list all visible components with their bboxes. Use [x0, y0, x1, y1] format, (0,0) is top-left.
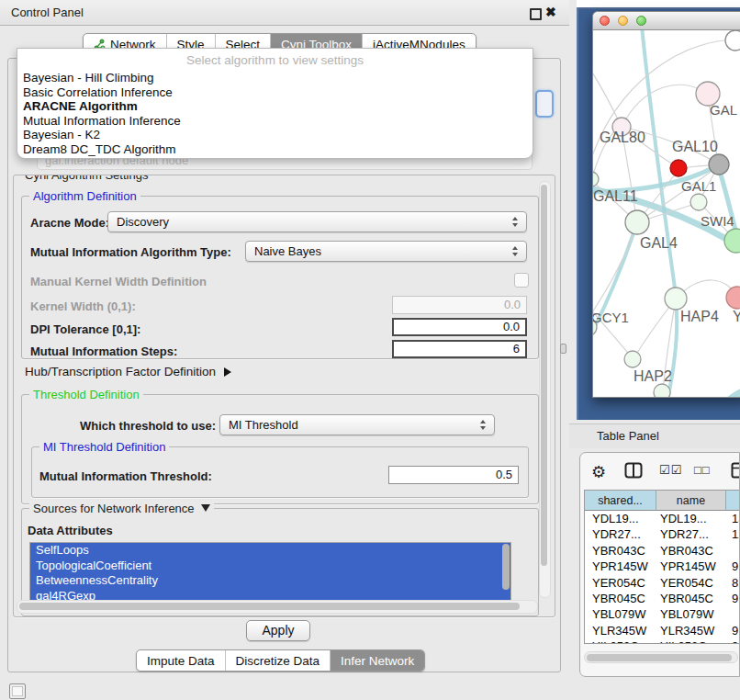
mi-steps-field[interactable]: 6: [392, 340, 527, 358]
table-cell[interactable]: [726, 606, 740, 622]
table-cell[interactable]: YPR145W: [656, 559, 726, 574]
network-node-hap4[interactable]: [665, 288, 687, 310]
column-header-name[interactable]: name: [656, 491, 726, 511]
apply-button[interactable]: Apply: [246, 620, 310, 641]
table-cell[interactable]: YIL052C: [585, 638, 656, 643]
gear-icon[interactable]: ⚙: [591, 460, 606, 484]
table-cell[interactable]: YER054C: [656, 575, 726, 591]
aracne-mode-combo[interactable]: Discovery: [107, 211, 527, 232]
settings-hscroll-thumb[interactable]: [19, 603, 520, 610]
column-header-partial[interactable]: [726, 491, 740, 511]
algorithm-option[interactable]: Dream8 DC_TDC Algorithm: [17, 142, 533, 157]
settings-vertical-scrollbar[interactable]: [539, 181, 551, 598]
panel-splitter-handle[interactable]: [560, 344, 566, 354]
select-checks-icon[interactable]: ☑☑: [659, 463, 682, 477]
table-cell[interactable]: 9.: [726, 623, 740, 638]
table-row[interactable]: YBR043CYBR043C: [585, 543, 740, 559]
algorithm-option[interactable]: Basic Correlation Inference: [17, 85, 533, 100]
data-attribute-item[interactable]: SelfLoops: [30, 543, 510, 559]
network-node-gal11[interactable]: [593, 172, 599, 186]
table-cell[interactable]: YER054C: [585, 575, 656, 591]
tab-infer-network[interactable]: Infer Network: [331, 650, 424, 671]
table-partial-icon[interactable]: [731, 462, 740, 479]
table-cell[interactable]: YBL079W: [656, 606, 726, 622]
table-cell[interactable]: YBR045C: [656, 591, 726, 606]
table-cell[interactable]: [726, 543, 740, 559]
network-node-y-pink[interactable]: [726, 287, 740, 309]
table-cell[interactable]: 9: [726, 638, 740, 643]
table-row[interactable]: YPR145WYPR145W9.: [585, 559, 740, 574]
table-hscroll-thumb[interactable]: [587, 654, 732, 661]
network-node-hap2[interactable]: [624, 351, 641, 367]
close-traffic-light[interactable]: [600, 16, 610, 26]
table-cell[interactable]: 9.: [726, 559, 740, 574]
table-row[interactable]: YIL052CYIL052C9: [585, 638, 740, 643]
table-cell[interactable]: YDR27...: [656, 526, 726, 542]
table-cell[interactable]: YBR045C: [585, 591, 656, 606]
network-node-swi4[interactable]: [724, 229, 740, 253]
table-cell[interactable]: YPR145W: [585, 559, 656, 574]
hub-transcription-factor-toggle[interactable]: Hub/Transcription Factor Definition: [25, 365, 231, 378]
mi-threshold-field[interactable]: 0.5: [388, 466, 519, 484]
table-row[interactable]: YER054CYER054C8.: [585, 575, 740, 591]
table-cell[interactable]: 8.: [726, 575, 740, 591]
deselect-boxes-icon[interactable]: □□: [694, 463, 711, 477]
column-header-shared-name[interactable]: shared...: [585, 491, 656, 511]
table-cell[interactable]: YBR043C: [585, 543, 656, 559]
settings-vscroll-thumb[interactable]: [541, 185, 547, 566]
network-canvas[interactable]: GALGAL80GAL10GAL1GAL11GAL4SWI4GCY1HAP4YH…: [593, 30, 740, 398]
network-edge[interactable]: [714, 385, 740, 398]
network-view-window[interactable]: GALGAL80GAL10GAL1GAL11GAL4SWI4GCY1HAP4YH…: [592, 11, 740, 398]
network-node-top-outline[interactable]: [725, 30, 740, 51]
tab-impute-data[interactable]: Impute Data: [137, 650, 226, 671]
algorithm-combobox-fragment[interactable]: [535, 90, 554, 118]
table-cell[interactable]: YDL19...: [656, 511, 726, 526]
list-vscroll-thumb[interactable]: [502, 544, 510, 590]
dpi-tolerance-field[interactable]: 0.0: [392, 318, 527, 336]
data-attribute-item[interactable]: TopologicalCoefficient: [30, 559, 510, 574]
table-cell[interactable]: YLR345W: [656, 623, 726, 638]
network-node-gal10-red[interactable]: [670, 160, 687, 176]
tab-discretize-data[interactable]: Discretize Data: [226, 650, 331, 671]
algorithm-option[interactable]: Mutual Information Inference: [17, 114, 533, 129]
algorithm-option[interactable]: Bayesian - Hill Climbing: [17, 71, 533, 85]
network-edge[interactable]: [593, 71, 621, 125]
table-row[interactable]: YBL079WYBL079W: [585, 606, 740, 622]
table-row[interactable]: YDL19...YDL19...13: [585, 511, 740, 526]
network-edge[interactable]: [622, 85, 708, 127]
table-cell[interactable]: YDR27...: [585, 526, 656, 542]
table-horizontal-scrollbar[interactable]: [584, 651, 738, 663]
minimized-panel-icon[interactable]: [9, 683, 26, 699]
table-cell[interactable]: YDL19...: [585, 511, 656, 526]
minimize-traffic-light[interactable]: [618, 16, 628, 26]
table-row[interactable]: YDR27...YDR27...12: [585, 526, 740, 542]
network-window-titlebar[interactable]: [593, 12, 740, 30]
table-cell[interactable]: YBR043C: [656, 543, 726, 559]
settings-horizontal-scrollbar[interactable]: [17, 600, 538, 614]
table-cell[interactable]: YBL079W: [585, 606, 656, 622]
network-node-gal1[interactable]: [690, 194, 707, 210]
manual-kernel-width-checkbox[interactable]: [514, 273, 529, 288]
zoom-traffic-light[interactable]: [636, 16, 646, 26]
table-cell[interactable]: 9.: [726, 591, 740, 606]
network-node-bottom-node[interactable]: [654, 384, 670, 398]
sources-title[interactable]: Sources for Network Inference: [29, 502, 214, 515]
float-window-icon[interactable]: [530, 8, 542, 20]
data-attributes-list[interactable]: SelfLoopsTopologicalCoefficientBetweenne…: [29, 542, 511, 604]
table-cell[interactable]: YIL052C: [656, 638, 726, 643]
algorithm-option[interactable]: ARACNE Algorithm: [17, 99, 533, 114]
split-columns-icon[interactable]: [624, 462, 643, 479]
data-attribute-item[interactable]: BetweennessCentrality: [30, 573, 510, 589]
network-node-gal4[interactable]: [625, 210, 649, 234]
network-node-gal10-gray[interactable]: [709, 154, 729, 175]
table-cell[interactable]: 13: [726, 511, 740, 526]
table-cell[interactable]: 12: [726, 526, 740, 542]
which-threshold-combo[interactable]: MI Threshold: [219, 414, 495, 435]
table-cell[interactable]: YLR345W: [585, 623, 656, 638]
mi-algorithm-type-combo[interactable]: Naive Bayes: [245, 241, 527, 262]
close-icon[interactable]: ✖: [545, 5, 556, 19]
algorithm-option[interactable]: Bayesian - K2: [17, 128, 533, 142]
table-row[interactable]: YLR345WYLR345W9.: [585, 623, 740, 638]
kernel-width-field[interactable]: 0.0: [392, 296, 527, 314]
table-row[interactable]: YBR045CYBR045C9.: [585, 591, 740, 606]
